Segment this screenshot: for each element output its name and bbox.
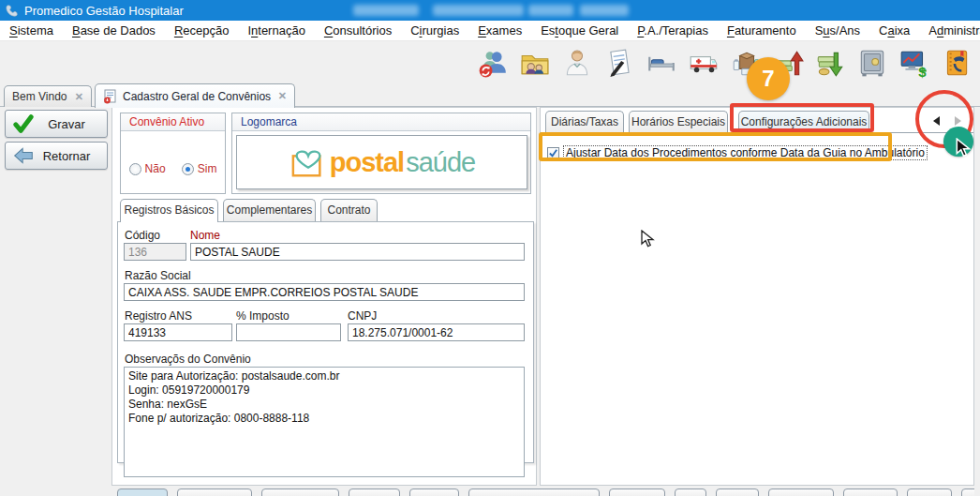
- redacted-text: [433, 5, 524, 16]
- tab-configuracoes-adicionais[interactable]: Configurações Adicionais: [738, 111, 869, 134]
- bottom-tab[interactable]: [675, 488, 706, 496]
- brand-saude: saúde: [406, 147, 475, 178]
- menu-item-administra-o[interactable]: Administração: [919, 22, 980, 39]
- cnpj-label: CNPJ: [348, 309, 377, 323]
- radio-sim-label: Sim: [198, 162, 217, 175]
- logomarca-title: Logomarca: [232, 113, 530, 131]
- menu-item-base-de-dados[interactable]: Base de Dados: [63, 22, 165, 39]
- tab-bem-vindo-label: Bem Vindo: [12, 90, 67, 103]
- close-icon[interactable]: [278, 90, 287, 102]
- safe-icon[interactable]: [854, 44, 891, 82]
- titlebar: Promedico Gestão Hospitalar: [0, 0, 980, 21]
- menu-item-sistema[interactable]: Sistema: [0, 22, 63, 39]
- gravar-label: Gravar: [34, 117, 99, 131]
- retornar-button[interactable]: Retornar: [5, 142, 108, 170]
- gravar-button[interactable]: Gravar: [5, 110, 108, 138]
- radio-sim-circle[interactable]: [182, 163, 194, 175]
- ajustar-data-label: Ajustar Data dos Procedimentos conforme …: [563, 145, 928, 160]
- menu-item-consult-rios[interactable]: Consultórios: [315, 22, 401, 39]
- ambulance-icon[interactable]: [685, 44, 722, 82]
- revenue-up-icon[interactable]: [769, 44, 807, 82]
- observacoes-field[interactable]: Site para Autorização: postalsaude.com.b…: [124, 367, 525, 477]
- radio-nao-circle[interactable]: [129, 163, 141, 175]
- nome-field[interactable]: [190, 243, 525, 261]
- tab-cadastro-label: Cadastro Geral de Convênios: [123, 90, 271, 103]
- ajustar-data-checkbox[interactable]: [547, 147, 559, 159]
- check-mark-icon: [548, 148, 558, 158]
- payables-down-icon[interactable]: [811, 44, 849, 82]
- ajustar-data-row: Ajustar Data dos Procedimentos conforme …: [547, 145, 928, 160]
- tab-scroll-right-icon[interactable]: [955, 116, 961, 126]
- bottom-tab[interactable]: [907, 488, 952, 496]
- tab-bem-vindo[interactable]: Bem Vindo: [4, 85, 92, 107]
- window-title: Promedico Gestão Hospitalar: [24, 4, 184, 18]
- sync-users-icon[interactable]: [474, 44, 512, 82]
- bottom-tab[interactable]: [716, 488, 759, 496]
- bottom-tab[interactable]: [961, 488, 974, 496]
- menu-item-sus-ans[interactable]: Sus/Ans: [806, 22, 869, 39]
- check-icon: [13, 114, 34, 133]
- menu-item-interna-o[interactable]: Internação: [238, 22, 314, 39]
- imposto-field[interactable]: [236, 323, 341, 341]
- logomarca-image: postalsaúde: [236, 135, 527, 189]
- app-icon: [6, 4, 19, 17]
- bottom-tab-strip[interactable]: [117, 488, 974, 496]
- codigo-field: [124, 243, 186, 261]
- menu-item-caixa[interactable]: Caixa: [869, 22, 919, 39]
- doctor-icon[interactable]: [558, 44, 596, 82]
- redacted-text: [580, 5, 629, 16]
- radio-nao[interactable]: Não: [129, 162, 166, 175]
- redacted-text: [353, 5, 419, 16]
- brand-postal: postal: [330, 147, 404, 178]
- tab-cadastro-geral-de-convenios[interactable]: Cadastro Geral de Convênios: [95, 83, 295, 108]
- bottom-tab[interactable]: [349, 488, 400, 496]
- radio-nao-label: Não: [145, 162, 166, 175]
- registro-ans-field[interactable]: [124, 323, 232, 341]
- prescription-icon[interactable]: [601, 44, 638, 82]
- document-icon: [103, 89, 117, 104]
- convenio-form-panel: Convênio Ativo Não Sim Logomarca postals…: [111, 107, 537, 486]
- tab-diarias-taxas[interactable]: Diárias/Taxas: [545, 111, 624, 133]
- bottom-tab[interactable]: [261, 488, 339, 496]
- menu-item-cirurgias[interactable]: Cirurgias: [401, 22, 468, 39]
- billing-terminal-icon[interactable]: $: [896, 44, 933, 82]
- tab-registros-basicos[interactable]: Registros Básicos: [120, 199, 218, 222]
- phone-directory-icon[interactable]: [938, 44, 975, 82]
- menubar: SistemaBase de DadosRecepçãoInternaçãoCo…: [0, 21, 980, 41]
- tab-scroll-left-icon[interactable]: [933, 116, 940, 126]
- hospital-bed-icon[interactable]: [643, 44, 680, 82]
- menu-item-p-a-terapias[interactable]: P.A./Terapias: [628, 22, 718, 39]
- bottom-tab[interactable]: [177, 488, 252, 496]
- bottom-tab[interactable]: [409, 488, 459, 496]
- pharmacy-supplies-icon[interactable]: [727, 44, 765, 82]
- toolbar: $: [0, 41, 980, 83]
- tab-contrato[interactable]: Contrato: [320, 199, 378, 221]
- imposto-label: % Imposto: [236, 309, 290, 323]
- patients-folder-icon[interactable]: [516, 44, 554, 82]
- tab-complementares[interactable]: Complementares: [223, 199, 316, 221]
- menu-item-faturamento[interactable]: Faturamento: [718, 22, 806, 39]
- close-icon[interactable]: [75, 91, 83, 103]
- bottom-tab[interactable]: [609, 488, 665, 496]
- configuracoes-panel: Diárias/Taxas Horários Especiais Configu…: [540, 107, 974, 486]
- retornar-label: Retornar: [34, 149, 99, 163]
- bottom-tab[interactable]: [468, 488, 600, 496]
- tab-horarios-especiais[interactable]: Horários Especiais: [629, 111, 728, 133]
- razao-social-label: Razão Social: [125, 269, 191, 282]
- convenio-ativo-title: Convênio Ativo: [121, 113, 225, 131]
- codigo-label: Código: [125, 229, 160, 242]
- bottom-tab[interactable]: [768, 488, 834, 496]
- app-root: { "titlebar": { "title": "Promedico Gest…: [0, 0, 980, 496]
- bottom-tab[interactable]: [843, 488, 898, 496]
- bottom-tab[interactable]: [117, 488, 168, 496]
- back-arrow-icon: [13, 147, 34, 164]
- observacoes-label: Observaçõs do Convênio: [125, 353, 251, 366]
- menu-item-estoque-geral[interactable]: Estoque Geral: [531, 22, 628, 39]
- registros-basicos-panel: Código Nome Razão Social Registro ANS % …: [117, 221, 534, 463]
- radio-sim[interactable]: Sim: [182, 162, 217, 175]
- menu-item-exames[interactable]: Exames: [468, 22, 531, 39]
- convenio-ativo-groupbox: Convênio Ativo Não Sim: [120, 113, 226, 194]
- cnpj-field[interactable]: [348, 323, 525, 341]
- razao-social-field[interactable]: [124, 283, 525, 301]
- menu-item-recep-o[interactable]: Recepção: [165, 22, 239, 39]
